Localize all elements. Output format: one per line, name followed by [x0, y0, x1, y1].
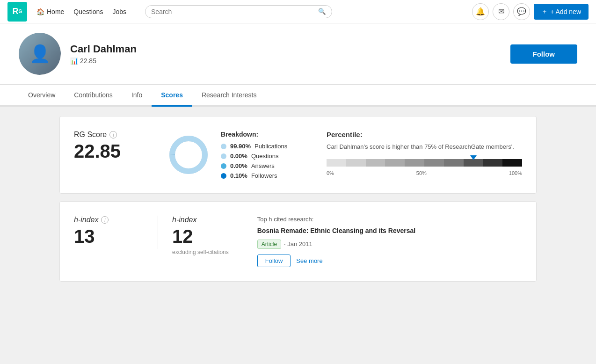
bar-segment-1 — [327, 159, 346, 167]
percentile-bar-container — [327, 159, 522, 167]
score-label: RG Score i — [74, 131, 149, 139]
bell-icon-button[interactable]: 🔔 — [472, 3, 489, 20]
top-cited-name: Bosnia Remade: Ethnic Cleansing and its … — [257, 226, 522, 236]
score-info-icon[interactable]: i — [109, 131, 117, 138]
questions-dot — [221, 153, 226, 159]
percentile-section: Percentile: Carl Dahlman's score is high… — [327, 131, 522, 176]
plus-icon: ＋ — [541, 7, 548, 16]
hindex-info-icon[interactable]: i — [101, 216, 109, 224]
tab-info[interactable]: Info — [122, 85, 152, 107]
main-content: RG Score i 22.85 Breakdown: — [41, 107, 555, 298]
tab-research-interests[interactable]: Research Interests — [192, 85, 266, 107]
hindex-left-value: 13 — [74, 226, 144, 247]
bar-segment-2 — [346, 159, 366, 167]
nav-questions[interactable]: Questions — [73, 8, 103, 15]
hindex-left-label: h-index i — [74, 216, 144, 224]
hindex-card: h-index i 13 h-index 12 excluding self-c… — [59, 201, 537, 282]
bar-segment-7 — [444, 159, 464, 167]
hindex-right-label: h-index — [172, 216, 229, 224]
bar-segment-10 — [502, 159, 522, 167]
avatar: 👤 — [19, 33, 61, 75]
answers-dot — [221, 163, 226, 169]
breakdown-title: Breakdown: — [221, 131, 287, 138]
see-more-link[interactable]: See more — [296, 257, 322, 264]
bar-segment-5 — [405, 159, 424, 167]
profile-header: 👤 Carl Dahlman 📊 22.85 Follow — [0, 23, 596, 85]
home-icon: 🏠 — [36, 8, 44, 15]
score-value: 22.85 — [74, 141, 149, 162]
nav-home[interactable]: 🏠 Home — [36, 8, 64, 15]
bar-segment-8 — [464, 159, 483, 167]
publications-dot — [221, 144, 226, 149]
follow-button[interactable]: Follow — [510, 44, 578, 64]
breakdown-item-answers: 0.00% Answers — [221, 162, 287, 169]
tab-contributions[interactable]: Contributions — [65, 85, 122, 107]
percentile-bar — [327, 159, 522, 167]
search-bar: 🔍 — [145, 5, 332, 18]
nav-jobs[interactable]: Jobs — [112, 8, 126, 15]
donut-chart — [167, 134, 210, 176]
score-section: RG Score i 22.85 — [74, 131, 149, 162]
bar-segment-4 — [385, 159, 405, 167]
nav-links: 🏠 Home Questions Jobs — [36, 8, 126, 15]
donut-svg — [167, 134, 210, 176]
svg-point-1 — [172, 138, 205, 171]
hindex-right-note: excluding self-citations — [172, 249, 229, 255]
article-meta: Article · Jan 2011 — [257, 240, 522, 249]
breakdown-item-questions: 0.00% Questions — [221, 153, 287, 160]
percentile-description: Carl Dahlman's score is higher than 75% … — [327, 142, 522, 152]
cited-actions: Follow See more — [257, 255, 522, 267]
profile-info: Carl Dahlman 📊 22.85 — [70, 43, 510, 65]
rg-score-card: RG Score i 22.85 Breakdown: — [59, 116, 537, 194]
bar-segment-9 — [483, 159, 502, 167]
top-navigation: RG 🏠 Home Questions Jobs 🔍 🔔 ✉ 💬 ＋ + Add… — [0, 0, 596, 23]
followers-dot — [221, 173, 226, 179]
percentile-title: Percentile: — [327, 131, 522, 138]
hindex-right-value: 12 — [172, 226, 229, 247]
bar-segment-6 — [424, 159, 444, 167]
score-bar-icon: 📊 — [70, 57, 78, 65]
nav-icons: 🔔 ✉ 💬 ＋ + Add new — [472, 3, 589, 20]
hindex-left: h-index i 13 — [74, 216, 158, 249]
tab-overview[interactable]: Overview — [19, 85, 65, 107]
top-cited-title: Top h cited research: — [257, 216, 522, 223]
percentile-marker — [470, 155, 477, 160]
logo: RG — [7, 2, 27, 22]
hindex-right: h-index 12 excluding self-citations — [158, 216, 243, 255]
percentile-labels: 0% 50% 100% — [327, 170, 522, 176]
follow-article-button[interactable]: Follow — [257, 255, 291, 267]
article-date: · Jan 2011 — [284, 240, 313, 248]
hindex-research: Top h cited research: Bosnia Remade: Eth… — [243, 216, 522, 267]
profile-name: Carl Dahlman — [70, 43, 510, 55]
breakdown-items: Breakdown: 99.90% Publications 0.00% Que… — [221, 131, 287, 179]
tabs: Overview Contributions Info Scores Resea… — [0, 85, 596, 107]
mail-icon-button[interactable]: ✉ — [493, 3, 509, 20]
chat-icon-button[interactable]: 💬 — [513, 3, 530, 20]
donut-section: Breakdown: 99.90% Publications 0.00% Que… — [167, 131, 308, 179]
add-new-button[interactable]: ＋ + Add new — [534, 4, 589, 20]
breakdown-item-publications: 99.90% Publications — [221, 143, 287, 150]
search-input[interactable] — [151, 8, 318, 15]
profile-score: 📊 22.85 — [70, 57, 510, 65]
breakdown-item-followers: 0.10% Followers — [221, 172, 287, 179]
bar-segment-3 — [366, 159, 385, 167]
article-badge: Article — [257, 240, 281, 249]
tab-scores[interactable]: Scores — [152, 85, 192, 107]
search-button[interactable]: 🔍 — [318, 8, 326, 15]
